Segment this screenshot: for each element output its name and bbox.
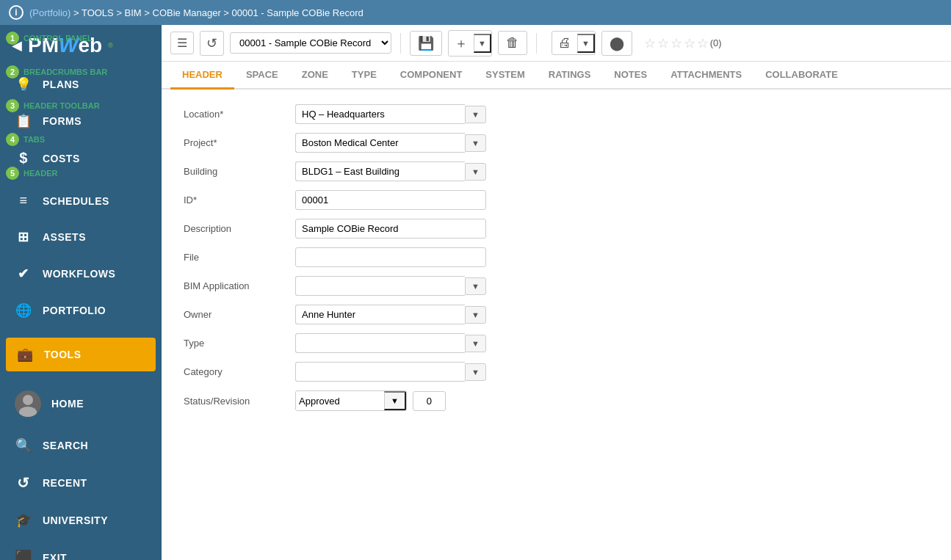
save-button[interactable]: 💾 (410, 31, 442, 56)
building-input[interactable] (295, 161, 465, 181)
status-select[interactable]: Approved Pending Rejected (296, 392, 384, 410)
project-dropdown-button[interactable]: ▼ (465, 134, 486, 152)
tab-zone[interactable]: ZONE (290, 62, 340, 90)
owner-dropdown-button[interactable]: ▼ (465, 306, 486, 324)
tools-icon: 💼 (16, 346, 34, 363)
bim-input[interactable] (295, 276, 465, 296)
sidebar-label-assets: ASSETS (43, 231, 86, 243)
sidebar-item-assets[interactable]: ⊞ ASSETS (0, 219, 162, 255)
sidebar-label-forms: FORMS (43, 115, 82, 127)
star-4[interactable]: ☆ (684, 35, 695, 51)
building-dropdown-button[interactable]: ▼ (465, 163, 486, 181)
workflows-icon: ✔ (15, 266, 32, 282)
sidebar-item-workflows[interactable]: ✔ WORKFLOWS (0, 255, 162, 292)
toolbar-separator-2 (536, 33, 537, 54)
sidebar-collapse-button[interactable]: ◀ (12, 37, 22, 54)
sidebar-label-recent: RECENT (43, 477, 87, 489)
print-dropdown-button[interactable]: ▼ (577, 34, 595, 53)
status-dropdown-button[interactable]: ▼ (384, 391, 406, 410)
form-area: Location* ▼ Project* ▼ Building (162, 90, 951, 560)
sidebar-item-plans[interactable]: 💡 PLANS (0, 66, 162, 103)
tab-collaborate[interactable]: COLLABORATE (753, 62, 850, 90)
star-1[interactable]: ☆ (644, 35, 656, 51)
sidebar-item-schedules[interactable]: ≡ SCHEDULES (0, 183, 162, 219)
building-field-group: ▼ (295, 161, 486, 181)
user-avatar (15, 390, 41, 417)
label-file: File (184, 252, 286, 263)
description-input[interactable] (295, 219, 486, 239)
form-row-type: Type ▼ (184, 333, 929, 353)
tab-header[interactable]: HEADER (170, 62, 234, 90)
sidebar-item-costs[interactable]: $ COSTS (0, 139, 162, 177)
exit-icon: ⬛ (15, 549, 32, 560)
label-project: Project* (184, 137, 286, 148)
project-field-group: ▼ (295, 133, 486, 153)
breadcrumb-bar: i (Portfolio) > TOOLS > BIM > COBie Mana… (0, 0, 951, 25)
toolbar-separator-1 (400, 33, 401, 54)
menu-button[interactable]: ☰ (170, 32, 194, 54)
tab-attachments[interactable]: ATTACHMENTS (659, 62, 753, 90)
form-row-id: ID* (184, 190, 929, 210)
sidebar-item-university[interactable]: 🎓 UNIVERSITY (0, 502, 162, 539)
tab-component[interactable]: COMPONENT (388, 62, 474, 90)
portfolio-link[interactable]: (Portfolio) (29, 7, 70, 18)
star-3[interactable]: ☆ (670, 35, 682, 51)
sidebar-item-forms[interactable]: 📋 FORMS (0, 103, 162, 139)
logo-text: PMWeb (28, 34, 102, 57)
sidebar-label-costs: COSTS (43, 153, 80, 164)
logo-trademark: ® (108, 42, 113, 49)
tab-type[interactable]: TYPE (340, 62, 388, 90)
delete-button[interactable]: 🗑 (498, 31, 527, 55)
label-type: Type (184, 338, 286, 349)
category-dropdown-button[interactable]: ▼ (465, 363, 486, 381)
label-location: Location* (184, 109, 286, 120)
form-row-description: Description (184, 219, 929, 239)
owner-input[interactable] (295, 305, 465, 324)
form-row-bim: BIM Application ▼ (184, 276, 929, 296)
back-button[interactable]: ↺ (200, 31, 224, 56)
stars-rating: ☆ ☆ ☆ ☆ ☆ (0) (644, 35, 722, 51)
menu-icon: ☰ (177, 36, 187, 50)
print-button[interactable]: 🖨 (552, 32, 577, 54)
bim-dropdown-button[interactable]: ▼ (465, 277, 486, 295)
star-2[interactable]: ☆ (657, 35, 669, 51)
sidebar-logo: ◀ PMWeb ® (0, 25, 162, 66)
revision-input[interactable] (413, 391, 446, 411)
info-icon: i (9, 5, 23, 20)
tab-notes[interactable]: NOTES (602, 62, 659, 90)
stars-count: (0) (710, 37, 722, 48)
type-dropdown-button[interactable]: ▼ (465, 335, 486, 352)
id-input[interactable] (295, 190, 486, 210)
form-row-category: Category ▼ (184, 362, 929, 382)
tab-ratings[interactable]: RATINGS (537, 62, 603, 90)
star-5[interactable]: ☆ (697, 35, 709, 51)
tab-system[interactable]: SYSTEM (474, 62, 536, 90)
label-id: ID* (184, 194, 286, 206)
toggle-button[interactable]: ⬤ (601, 31, 632, 56)
university-icon: 🎓 (15, 512, 32, 528)
record-selector[interactable]: 00001 - Sample COBie Record (230, 32, 391, 54)
search-icon: 🔍 (15, 437, 32, 454)
location-dropdown-button[interactable]: ▼ (465, 106, 486, 123)
tab-space[interactable]: SPACE (234, 62, 290, 90)
sidebar-item-search[interactable]: 🔍 SEARCH (0, 427, 162, 464)
type-input[interactable] (295, 333, 465, 353)
project-input[interactable] (295, 133, 465, 153)
add-button[interactable]: ＋ (449, 31, 474, 56)
file-input[interactable] (295, 247, 486, 267)
costs-icon: $ (15, 150, 32, 167)
form-row-project: Project* ▼ (184, 133, 929, 153)
label-category: Category (184, 366, 286, 377)
category-field-group: ▼ (295, 362, 486, 382)
sidebar-item-tools[interactable]: 💼 TOOLS (6, 338, 156, 371)
category-input[interactable] (295, 362, 465, 382)
sidebar-item-portfolio[interactable]: 🌐 PORTFOLIO (0, 292, 162, 329)
sidebar-item-recent[interactable]: ↺ RECENT (0, 464, 162, 502)
sidebar-item-exit[interactable]: ⬛ EXIT (0, 539, 162, 560)
location-input[interactable] (295, 104, 465, 124)
form-row-owner: Owner ▼ (184, 305, 929, 324)
sidebar-item-home[interactable]: HOME (0, 380, 162, 427)
add-dropdown-button[interactable]: ▼ (474, 34, 491, 53)
status-select-wrap: Approved Pending Rejected ▼ (295, 390, 407, 411)
form-row-file: File (184, 247, 929, 267)
